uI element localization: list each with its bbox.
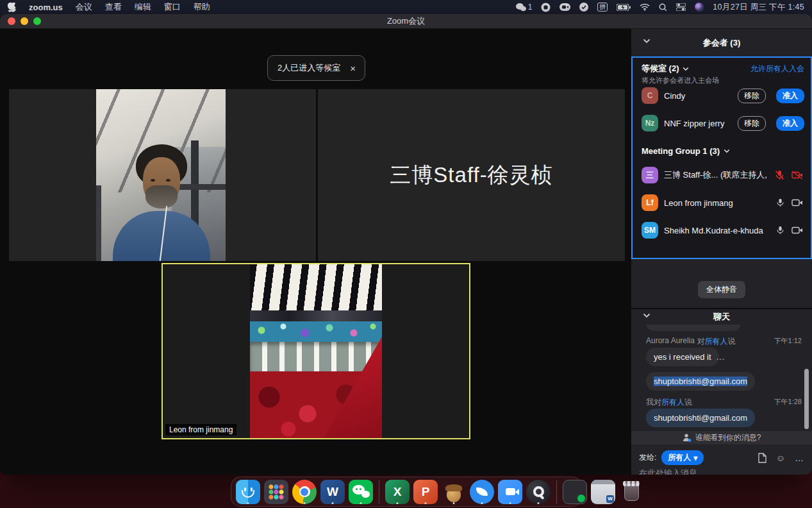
window-title-bar[interactable]: Zoom会议 <box>0 14 812 29</box>
chat-message-meta: 我对所有人说 下午1:28 <box>646 397 802 408</box>
chat-audience: 所有人 <box>661 397 684 408</box>
record-stop-icon[interactable] <box>541 3 551 12</box>
member-row-sheikh[interactable]: SM Sheikh Md.Kudrat-e-khuda <box>642 221 804 240</box>
menu-edit[interactable]: 编辑 <box>135 1 151 13</box>
chat-bubble-own[interactable]: shuptobrishti@gmail.com <box>646 409 755 427</box>
file-attach-icon[interactable] <box>758 453 766 463</box>
siri-icon[interactable] <box>695 3 704 12</box>
participant-name: 三博 Staff-徐... (联席主持人, 我) <box>664 169 769 181</box>
privacy-note-bar[interactable]: 谁能看到你的消息? <box>631 431 812 444</box>
quicktime-icon[interactable] <box>526 480 551 504</box>
mic-muted-icon <box>775 170 784 180</box>
dock-separator <box>556 480 557 504</box>
camera-off-icon <box>791 171 803 180</box>
mute-all-button[interactable]: 全体静音 <box>698 281 745 298</box>
control-center-icon[interactable] <box>676 3 686 11</box>
menu-view[interactable]: 查看 <box>105 1 122 13</box>
camera-icon <box>791 198 803 207</box>
remove-button[interactable]: 移除 <box>738 89 766 103</box>
video-status-icon[interactable] <box>559 3 570 12</box>
trash-icon[interactable] <box>619 480 643 504</box>
waiting-room-title: 等候室 (2) <box>642 63 679 74</box>
minimized-window-word[interactable]: W <box>591 480 615 504</box>
admit-button[interactable]: 准入 <box>776 89 804 103</box>
wechat-icon[interactable] <box>349 480 373 504</box>
menu-window[interactable]: 窗口 <box>164 1 181 13</box>
toast-text: 2人已进入等候室 <box>278 62 340 74</box>
meeting-group-title: Meeting Group 1 (3) <box>642 146 720 156</box>
waiting-room-toast: 2人已进入等候室 × <box>267 55 365 81</box>
participant-name: Cindy <box>664 91 732 101</box>
chrome-icon[interactable] <box>292 480 317 504</box>
self-camera-feed <box>96 89 226 261</box>
avatar: 三 <box>642 167 658 183</box>
spotlight-icon[interactable] <box>659 3 667 12</box>
chat-message-meta: Aurora Aurelia 对所有人说 下午1:12 <box>646 336 802 347</box>
minimized-window-wechat[interactable] <box>563 480 587 504</box>
dingtalk-icon[interactable] <box>470 480 494 504</box>
meeting-sidebar: 参会者 (3) 等候室 (2) 允许所有人入会 将允许参会者进入主会场 C Ci… <box>631 29 812 475</box>
chevron-down-icon <box>724 149 730 153</box>
dock-separator <box>379 480 379 504</box>
participants-panel-title: 参会者 (3) <box>631 29 812 56</box>
excel-icon[interactable]: X <box>385 480 410 504</box>
meeting-group-section[interactable]: Meeting Group 1 (3) <box>642 146 730 156</box>
word-icon[interactable]: W <box>320 480 345 504</box>
message-more-icon[interactable]: … <box>716 351 725 362</box>
chat-bubble[interactable]: yes i received it <box>646 348 719 366</box>
menubar-clock[interactable]: 10月27日 周三 下午 1:45 <box>713 2 804 13</box>
send-to-dropdown[interactable]: 所有人▾ <box>661 450 704 465</box>
chat-sender: 我 <box>646 397 654 408</box>
waiting-row-cindy: C Cindy 移除 准入 <box>642 86 804 105</box>
finder-icon[interactable] <box>236 480 260 504</box>
wifi-icon[interactable] <box>640 3 650 11</box>
waiting-room-section[interactable]: 等候室 (2) <box>642 63 689 74</box>
pinyin-ime-icon[interactable]: 拼 <box>597 3 608 12</box>
video-tile-self[interactable] <box>9 89 316 261</box>
menubar-app-name[interactable]: zoom.us <box>29 3 63 12</box>
wechat-badge: 1 <box>528 3 533 12</box>
avatar: SM <box>642 222 658 239</box>
chat-bubble[interactable]: shuptobrishti@gmail.com <box>646 372 755 391</box>
compose-more-icon[interactable]: … <box>795 453 804 463</box>
macos-dock: W X P W <box>231 477 582 507</box>
remote-participant-name: 三博Staff-徐灵桢 <box>390 161 552 190</box>
video-tile-remote[interactable]: 三博Staff-徐灵桢 <box>318 89 625 261</box>
remove-button[interactable]: 移除 <box>738 116 766 131</box>
chat-sender: Aurora Aurelia <box>646 336 695 347</box>
participants-panel: 等候室 (2) 允许所有人入会 将允许参会者进入主会场 C Cindy 移除 准… <box>631 56 812 259</box>
admit-all-link[interactable]: 允许所有人入会 <box>750 64 804 74</box>
participant-name: Leon from jinmang <box>664 198 770 208</box>
chat-scrollbar[interactable] <box>804 369 809 429</box>
menu-help[interactable]: 帮助 <box>194 1 210 13</box>
admit-button[interactable]: 准入 <box>776 116 804 131</box>
menu-meeting[interactable]: 会议 <box>76 1 92 13</box>
camera-icon <box>791 226 803 235</box>
member-row-leon[interactable]: Lf Leon from jinmang <box>642 193 804 212</box>
chat-timestamp: 下午1:28 <box>774 397 802 408</box>
launchpad-icon[interactable] <box>264 480 288 504</box>
active-speaker-camera-feed <box>250 263 382 439</box>
emoji-icon[interactable]: ☺ <box>776 453 785 463</box>
chat-panel-title: 聊天 <box>631 308 812 325</box>
powerpoint-icon[interactable]: P <box>413 480 438 504</box>
apple-menu-icon[interactable] <box>8 3 16 12</box>
zoom-app-icon[interactable] <box>498 480 522 504</box>
nutstore-icon[interactable] <box>442 480 466 504</box>
wechat-status-icon[interactable]: 1 <box>516 3 533 12</box>
chat-input[interactable] <box>639 468 793 475</box>
avatar: Lf <box>642 194 658 211</box>
mic-icon <box>776 225 784 235</box>
video-tile-active-speaker[interactable]: Leon from jinmang <box>162 263 470 439</box>
video-gallery: 2人已进入等候室 × 三博Staff-徐灵桢 <box>0 29 631 475</box>
chat-compose-area: 发给: 所有人▾ ☺ … <box>631 444 812 475</box>
toast-close-icon[interactable]: × <box>350 63 356 74</box>
member-row-host[interactable]: 三 三博 Staff-徐... (联席主持人, 我) <box>642 165 804 185</box>
battery-charging-icon[interactable] <box>617 4 631 11</box>
participant-name: Sheikh Md.Kudrat-e-khuda <box>664 226 770 235</box>
chat-message-list[interactable]: Aurora Aurelia 对所有人说 下午1:12 yes i receiv… <box>631 325 812 431</box>
mic-icon <box>776 198 784 208</box>
privacy-note-text: 谁能看到你的消息? <box>695 432 761 443</box>
selected-text: shuptobrishti@gmail.com <box>654 377 747 386</box>
check-circle-icon[interactable] <box>579 3 588 12</box>
